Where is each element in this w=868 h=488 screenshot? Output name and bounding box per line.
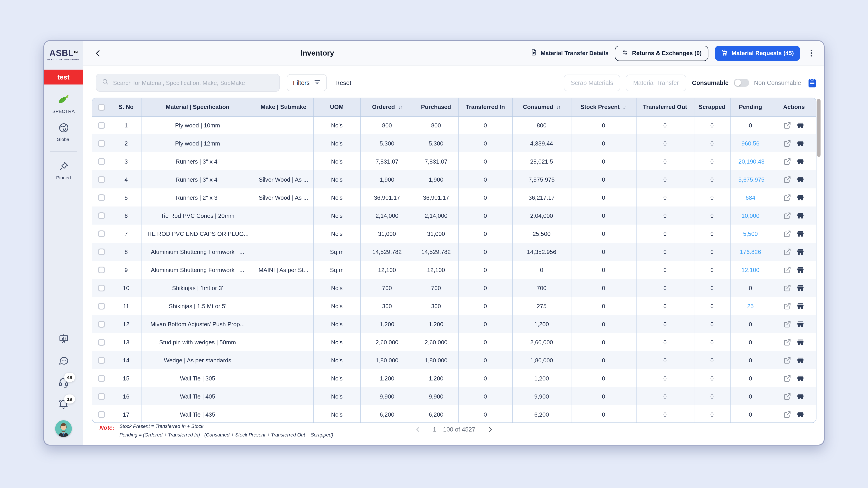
sidebar-item-spectra[interactable]: SPECTRA — [44, 94, 83, 114]
open-external-button[interactable] — [784, 411, 792, 418]
open-external-button[interactable] — [784, 194, 792, 201]
filters-label: Filters — [293, 79, 310, 86]
open-external-button[interactable] — [784, 158, 792, 165]
row-select-cell — [92, 279, 111, 297]
headset-icon — [58, 382, 69, 390]
row-checkbox[interactable] — [98, 285, 105, 291]
sort-stock-present-icon[interactable]: ↓↑ — [623, 105, 627, 110]
row-checkbox[interactable] — [98, 303, 105, 310]
header-actions: Material Transfer Details Returns & Exch… — [530, 45, 816, 61]
storefront-button[interactable] — [797, 230, 804, 237]
open-external-button[interactable] — [784, 175, 792, 183]
reset-button[interactable]: Reset — [336, 79, 351, 86]
sort-consumed-icon[interactable]: ↓↑ — [557, 105, 560, 110]
cell-pending[interactable]: 25 — [730, 297, 771, 315]
material-transfer-button[interactable]: Material Transfer — [626, 74, 686, 91]
storefront-button[interactable] — [797, 411, 804, 418]
cell-pending[interactable]: 10,000 — [730, 206, 771, 225]
cell-transferred-out: 0 — [636, 242, 694, 261]
support-count-badge: 48 — [64, 373, 75, 382]
sidebar-item-dashboard[interactable] — [44, 333, 83, 346]
row-checkbox[interactable] — [98, 357, 105, 364]
row-checkbox[interactable] — [98, 194, 105, 201]
storefront-button[interactable] — [797, 122, 804, 129]
sort-ordered-icon[interactable]: ↓↑ — [398, 105, 402, 110]
sidebar-item-global[interactable]: Global — [44, 123, 83, 142]
storefront-button[interactable] — [797, 375, 804, 382]
open-external-button[interactable] — [784, 356, 792, 364]
row-checkbox[interactable] — [98, 249, 105, 255]
cell-pending[interactable]: 960.56 — [730, 134, 771, 152]
next-page-button[interactable] — [487, 426, 494, 433]
table-row: 7TIE ROD PVC END CAPS OR PLUG...No's31,0… — [92, 225, 816, 242]
row-checkbox[interactable] — [98, 176, 105, 183]
storefront-button[interactable] — [797, 338, 804, 346]
row-checkbox[interactable] — [98, 375, 105, 382]
open-external-button[interactable] — [784, 212, 792, 219]
back-button[interactable] — [92, 47, 104, 59]
sidebar-item-notifications[interactable]: 19 — [44, 398, 83, 412]
sidebar-item-support[interactable]: 48 — [44, 377, 83, 390]
scrap-materials-button[interactable]: Scrap Materials — [563, 74, 620, 91]
pin-icon — [58, 165, 69, 173]
cell-pending[interactable]: -5,675.975 — [730, 170, 771, 188]
storefront-button[interactable] — [797, 356, 804, 364]
cell-material: Wall Tie | 305 — [142, 369, 254, 387]
storefront-button[interactable] — [797, 320, 804, 328]
open-external-button[interactable] — [784, 375, 792, 382]
table-vertical-scrollbar[interactable] — [817, 99, 820, 157]
open-external-button[interactable] — [784, 266, 792, 273]
open-external-button[interactable] — [784, 284, 792, 292]
search-input[interactable] — [113, 79, 274, 86]
open-external-button[interactable] — [784, 320, 792, 328]
storefront-button[interactable] — [797, 194, 804, 201]
cell-pending[interactable]: -20,190.43 — [730, 152, 771, 170]
user-avatar[interactable] — [55, 420, 72, 437]
row-checkbox[interactable] — [98, 158, 105, 165]
sidebar-item-chat[interactable] — [44, 355, 83, 368]
storefront-button[interactable] — [797, 392, 804, 400]
row-checkbox[interactable] — [98, 122, 105, 129]
open-external-button[interactable] — [784, 230, 792, 237]
more-options-button[interactable] — [807, 47, 816, 59]
storefront-button[interactable] — [797, 212, 804, 219]
cell-pending[interactable]: 5,500 — [730, 225, 771, 242]
cell-actions — [771, 387, 816, 405]
consumable-toggle[interactable] — [734, 78, 749, 87]
sidebar-item-pinned[interactable]: Pinned — [44, 161, 83, 180]
storefront-button[interactable] — [797, 175, 804, 183]
storefront-button[interactable] — [797, 158, 804, 165]
filters-button[interactable]: Filters — [287, 74, 327, 91]
cell-pending[interactable]: 176.826 — [730, 242, 771, 261]
previous-page-button[interactable] — [414, 426, 421, 433]
storefront-button[interactable] — [797, 284, 804, 292]
storefront-button[interactable] — [797, 139, 804, 147]
row-checkbox[interactable] — [98, 213, 105, 219]
select-all-checkbox[interactable] — [98, 104, 105, 111]
row-checkbox[interactable] — [98, 267, 105, 273]
returns-exchanges-button[interactable]: Returns & Exchanges (0) — [615, 45, 708, 61]
material-transfer-details-link[interactable]: Material Transfer Details — [530, 49, 609, 57]
open-external-button[interactable] — [784, 248, 792, 256]
storefront-button[interactable] — [797, 248, 804, 256]
clipboard-button[interactable] — [808, 78, 816, 88]
row-checkbox[interactable] — [98, 339, 105, 346]
open-external-button[interactable] — [784, 392, 792, 400]
row-checkbox[interactable] — [98, 321, 105, 328]
storefront-button[interactable] — [797, 266, 804, 273]
cell-pending[interactable]: 684 — [730, 188, 771, 206]
cell-pending[interactable]: 12,100 — [730, 261, 771, 279]
open-external-button[interactable] — [784, 139, 792, 147]
open-external-button[interactable] — [784, 302, 792, 310]
cell-scrapped: 0 — [694, 387, 730, 405]
row-checkbox[interactable] — [98, 393, 105, 400]
row-checkbox[interactable] — [98, 230, 105, 237]
material-requests-button[interactable]: Material Requests (45) — [715, 45, 800, 61]
asbl-logo: ASBLTM REALTY OF TOMORROW — [44, 49, 83, 61]
row-checkbox[interactable] — [98, 411, 105, 418]
storefront-button[interactable] — [797, 302, 804, 310]
cell-transferred-out: 0 — [636, 152, 694, 170]
open-external-button[interactable] — [784, 122, 792, 129]
open-external-button[interactable] — [784, 338, 792, 346]
row-checkbox[interactable] — [98, 140, 105, 147]
